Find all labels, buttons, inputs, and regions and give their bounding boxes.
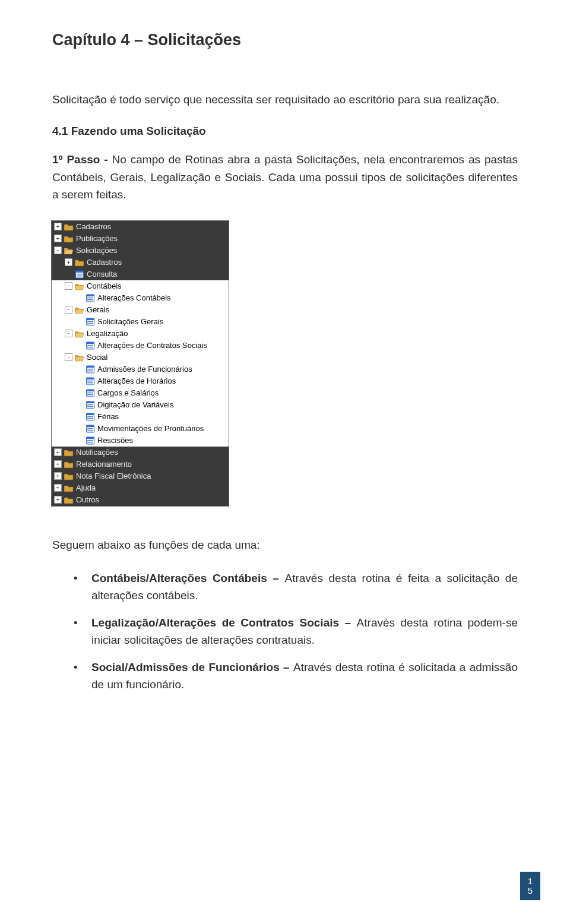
tree-indent <box>52 274 65 274</box>
tree-row[interactable]: Alterações de Contratos Sociais <box>52 340 229 352</box>
collapse-icon[interactable]: - <box>65 330 72 337</box>
list-item: Social/Admissões de Funcionários – Atrav… <box>74 659 518 693</box>
tree-row[interactable]: Alterações Contábeis <box>52 292 229 304</box>
folder-closed-icon <box>64 448 74 457</box>
intro-paragraph: Solicitação é todo serviço que necessita… <box>52 91 518 108</box>
tree-item-label: Social <box>87 353 107 362</box>
tree-toggle-spacer <box>75 425 83 432</box>
svg-rect-25 <box>87 390 94 391</box>
svg-rect-18 <box>87 369 93 369</box>
tree-row[interactable]: Alterações de Horários <box>52 375 229 387</box>
tree-toggle-spacer <box>65 271 72 277</box>
tree-row[interactable]: +Relacionamento <box>52 458 229 470</box>
tree-item-label: Publicações <box>76 234 118 243</box>
list-item-title: Legalização/Alterações de Contratos Soci… <box>91 616 357 629</box>
tree-item-label: Férias <box>97 412 119 421</box>
svg-rect-1 <box>76 271 84 273</box>
folder-closed-icon <box>64 235 74 243</box>
expand-icon[interactable]: + <box>54 223 62 230</box>
folder-open-icon <box>75 282 84 290</box>
tree-toggle-spacer <box>75 413 83 420</box>
expand-icon[interactable]: + <box>54 496 62 504</box>
list-item-title: Social/Admissões de Funcionários – <box>91 661 293 673</box>
tree-row[interactable]: +Outros <box>52 494 229 506</box>
tree-row[interactable]: -Legalização <box>52 328 229 340</box>
tree-item-label: Gerais <box>87 305 109 314</box>
svg-rect-38 <box>87 428 93 429</box>
page-number-badge: 1 5 <box>520 872 540 900</box>
tree-item-label: Cargos e Salários <box>97 388 159 397</box>
tree-indent <box>52 416 75 417</box>
tree-item-label: Legalização <box>87 329 128 338</box>
tree-row[interactable]: +Ajuda <box>52 482 229 494</box>
tree-row[interactable]: Cargos e Salários <box>52 387 229 399</box>
svg-rect-19 <box>87 371 93 371</box>
svg-rect-6 <box>87 298 93 298</box>
tree-item-label: Cadastros <box>76 222 111 231</box>
folder-closed-icon <box>64 484 74 492</box>
tree-item-label: Admissões de Funcionários <box>97 365 192 374</box>
svg-rect-35 <box>87 418 93 419</box>
tree-row[interactable]: Férias <box>52 411 229 423</box>
tree-row[interactable]: +Notificações <box>52 447 229 458</box>
collapse-icon[interactable]: - <box>65 306 72 314</box>
expand-icon[interactable]: + <box>65 258 72 266</box>
svg-rect-41 <box>87 437 94 439</box>
expand-icon[interactable]: + <box>54 484 62 492</box>
list-item: Contábeis/Alterações Contábeis – Através… <box>74 570 518 604</box>
form-icon <box>86 365 95 374</box>
expand-icon[interactable]: + <box>54 460 62 468</box>
form-icon <box>86 413 95 421</box>
tree-indent <box>52 381 75 381</box>
list-item-title: Contábeis/Alterações Contábeis – <box>91 572 285 584</box>
tree-item-label: Outros <box>76 495 99 504</box>
tree-indent <box>52 440 75 441</box>
tree-row[interactable]: -Social <box>52 352 229 363</box>
tree-row[interactable]: Consulta <box>52 268 229 280</box>
svg-rect-3 <box>77 276 83 276</box>
svg-rect-37 <box>87 425 94 427</box>
svg-rect-14 <box>87 345 93 346</box>
functions-list: Contábeis/Alterações Contábeis – Através… <box>74 570 518 693</box>
tree-indent <box>52 321 75 322</box>
list-item: Legalização/Alterações de Contratos Soci… <box>74 615 518 648</box>
expand-icon[interactable]: + <box>54 472 62 480</box>
tree-row[interactable]: +Publicações <box>52 233 229 245</box>
tree-toggle-spacer <box>75 401 83 408</box>
collapse-icon[interactable]: - <box>65 353 72 361</box>
tree-row[interactable]: Admissões de Funcionários <box>52 363 229 375</box>
tree-indent <box>52 309 65 310</box>
svg-rect-11 <box>87 323 93 324</box>
form-icon <box>86 389 95 397</box>
step-label: 1º Passo - <box>52 153 112 166</box>
svg-rect-34 <box>87 416 93 417</box>
form-icon <box>86 341 95 350</box>
collapse-icon[interactable]: - <box>65 282 72 290</box>
navigation-tree: +Cadastros+Publicações-Solicitações+Cada… <box>51 220 229 507</box>
svg-rect-43 <box>87 442 93 442</box>
svg-rect-29 <box>87 401 94 403</box>
collapse-icon[interactable]: - <box>54 246 62 254</box>
expand-icon[interactable]: + <box>54 235 62 242</box>
tree-item-label: Nota Fiscal Eletrônica <box>76 472 151 480</box>
tree-row[interactable]: Movimentações de Prontuários <box>52 423 229 435</box>
tree-row[interactable]: Digitação de Variáveis <box>52 399 229 411</box>
folder-open-icon <box>75 353 84 362</box>
tree-row[interactable]: +Nota Fiscal Eletrônica <box>52 470 229 482</box>
folder-closed-icon <box>64 496 74 504</box>
tree-row[interactable]: +Cadastros <box>52 221 229 233</box>
form-icon <box>86 425 95 433</box>
tree-row[interactable]: -Solicitações <box>52 245 229 257</box>
tree-row[interactable]: Rescisões <box>52 435 229 447</box>
tree-row[interactable]: Solicitações Gerais <box>52 316 229 328</box>
folder-open-icon <box>75 306 84 314</box>
tree-row[interactable]: +Cadastros <box>52 257 229 268</box>
tree-item-label: Solicitações <box>76 246 117 255</box>
expand-icon[interactable]: + <box>54 448 62 456</box>
folder-closed-icon <box>64 472 74 480</box>
tree-row[interactable]: -Gerais <box>52 304 229 316</box>
tree-item-label: Alterações de Contratos Sociais <box>97 341 207 350</box>
tree-row[interactable]: -Contábeis <box>52 280 229 292</box>
tree-item-label: Alterações Contábeis <box>97 293 171 302</box>
svg-rect-39 <box>87 430 93 431</box>
